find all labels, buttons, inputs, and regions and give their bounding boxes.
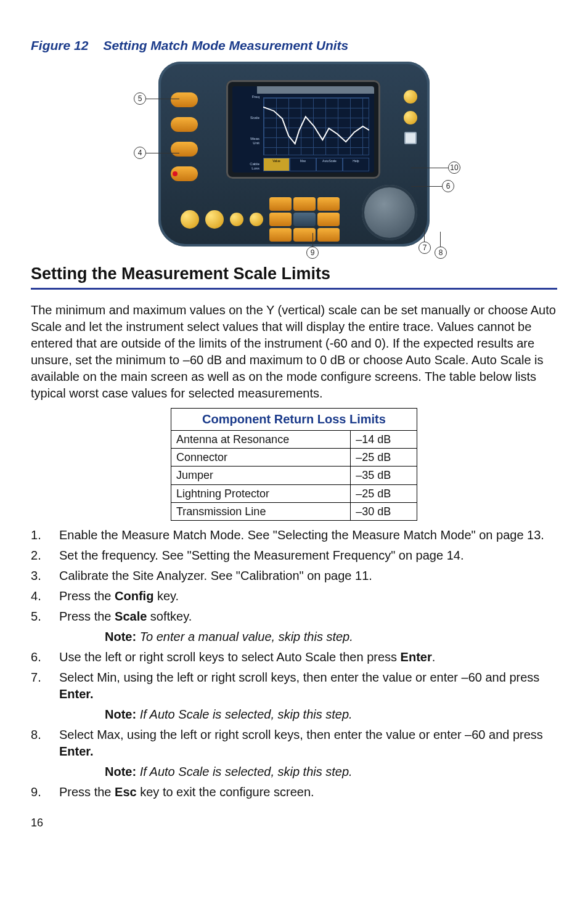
- note-3: Note: If Auto Scale is selected, skip th…: [105, 764, 557, 780]
- table-row: Jumper–35 dB: [171, 467, 417, 484]
- callout-10: 10: [448, 161, 460, 174]
- step-4: Press the Config key.: [31, 588, 557, 605]
- note-text: If Auto Scale is selected, skip this ste…: [140, 707, 353, 721]
- limits-table: Component Return Loss Limits Antenna at …: [171, 408, 417, 521]
- round-key-1: [181, 210, 199, 229]
- callout-8: 8: [435, 247, 447, 259]
- softkey-1: [171, 92, 198, 107]
- round-key-2: [205, 210, 224, 229]
- dpad: [269, 197, 340, 242]
- figure-title: Setting Match Mode Measurement Units: [103, 38, 348, 52]
- toggle-down: [404, 111, 417, 124]
- table-row: Connector–25 dB: [171, 449, 417, 467]
- softkey-4: [171, 166, 198, 181]
- round-key-3: [230, 213, 243, 226]
- callout-5: 5: [134, 92, 146, 105]
- page-number: 16: [31, 815, 557, 830]
- steps-list-2: Use the left or right scroll keys to sel…: [31, 649, 557, 703]
- note-label: Note:: [105, 630, 136, 643]
- table-row: Antenna at Resonance–14 dB: [171, 430, 417, 448]
- intro-paragraph: The minimum and maximum values on the Y …: [31, 302, 557, 402]
- step-9: Press the Esc key to exit the configure …: [31, 784, 557, 801]
- note-label: Note:: [105, 707, 136, 721]
- callout-7: 7: [419, 242, 431, 254]
- disk-icon: [404, 132, 417, 144]
- note-1: Note: To enter a manual value, skip this…: [105, 629, 557, 645]
- step-3: Calibrate the Site Analyzer. See "Calibr…: [31, 568, 557, 584]
- figure-label: Figure 12: [31, 38, 88, 52]
- step-5: Press the Scale softkey.: [31, 608, 557, 625]
- callout-4: 4: [134, 147, 146, 159]
- note-2: Note: If Auto Scale is selected, skip th…: [105, 706, 557, 723]
- step-6: Use the left or right scroll keys to sel…: [31, 649, 557, 666]
- steps-list-4: Press the Esc key to exit the configure …: [31, 784, 557, 801]
- step-1: Enable the Measure Match Mode. See "Sele…: [31, 527, 557, 544]
- table-title: Component Return Loss Limits: [171, 408, 417, 430]
- softkey-3: [171, 142, 198, 157]
- round-key-4: [250, 213, 263, 226]
- steps-list-3: Select Max, using the left or right scro…: [31, 727, 557, 760]
- note-label: Note:: [105, 765, 136, 778]
- toggle-up: [404, 90, 417, 104]
- callout-9: 9: [306, 247, 319, 259]
- note-text: If Auto Scale is selected, skip this ste…: [140, 765, 353, 778]
- softkey-2: [171, 117, 198, 132]
- step-8: Select Max, using the left or right scro…: [31, 727, 557, 760]
- table-row: Lightning Protector–25 dB: [171, 484, 417, 502]
- table-row: Transmission Line–30 dB: [171, 502, 417, 520]
- note-text: To enter a manual value, skip this step.: [140, 630, 353, 643]
- steps-list: Enable the Measure Match Mode. See "Sele…: [31, 527, 557, 625]
- step-2: Set the frequency. See "Setting the Meas…: [31, 547, 557, 564]
- device-illustration: Freq Scale MeasUnit CableLoss Value Max …: [31, 62, 557, 259]
- section-heading: Setting the Measurement Scale Limits: [31, 263, 557, 289]
- callout-6: 6: [442, 180, 454, 192]
- figure-caption: Figure 12Setting Match Mode Measurement …: [31, 37, 557, 54]
- dial-knob: [362, 185, 417, 240]
- step-7: Select Min, using the left or right scro…: [31, 669, 557, 703]
